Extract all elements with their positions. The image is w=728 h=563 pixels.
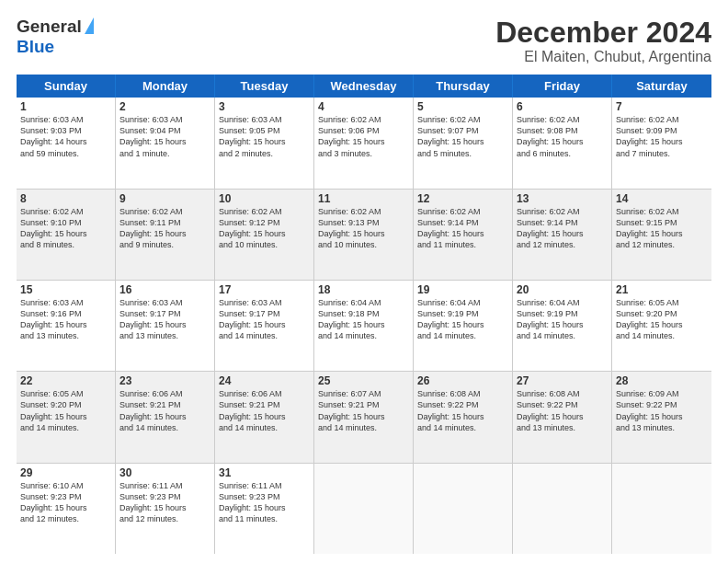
cell-info: Sunrise: 6:06 AMSunset: 9:21 PMDaylight:… bbox=[219, 388, 310, 433]
calendar-cell: 31Sunrise: 6:11 AMSunset: 9:23 PMDayligh… bbox=[215, 464, 314, 554]
calendar-cell: 8Sunrise: 6:02 AMSunset: 9:10 PMDaylight… bbox=[17, 190, 116, 280]
cell-info: Sunrise: 6:06 AMSunset: 9:21 PMDaylight:… bbox=[119, 388, 210, 433]
calendar-cell: 12Sunrise: 6:02 AMSunset: 9:14 PMDayligh… bbox=[414, 190, 513, 280]
day-number: 22 bbox=[20, 374, 111, 387]
day-number: 4 bbox=[318, 100, 409, 113]
cell-info: Sunrise: 6:11 AMSunset: 9:23 PMDaylight:… bbox=[219, 480, 310, 525]
calendar-row-3: 15Sunrise: 6:03 AMSunset: 9:16 PMDayligh… bbox=[17, 281, 711, 372]
cell-info: Sunrise: 6:02 AMSunset: 9:07 PMDaylight:… bbox=[417, 114, 508, 159]
cell-info: Sunrise: 6:02 AMSunset: 9:14 PMDaylight:… bbox=[517, 206, 608, 251]
cell-info: Sunrise: 6:03 AMSunset: 9:05 PMDaylight:… bbox=[219, 114, 310, 159]
logo-blue-text: Blue bbox=[17, 37, 54, 57]
cell-info: Sunrise: 6:04 AMSunset: 9:18 PMDaylight:… bbox=[318, 297, 409, 342]
calendar-row-1: 1Sunrise: 6:03 AMSunset: 9:03 PMDaylight… bbox=[17, 98, 711, 189]
calendar-cell bbox=[612, 464, 711, 554]
weekday-header-sunday: Sunday bbox=[17, 75, 116, 98]
day-number: 24 bbox=[219, 374, 310, 387]
calendar-row-2: 8Sunrise: 6:02 AMSunset: 9:10 PMDaylight… bbox=[17, 190, 711, 281]
day-number: 25 bbox=[318, 374, 409, 387]
weekday-header-wednesday: Wednesday bbox=[314, 75, 414, 98]
calendar-cell: 10Sunrise: 6:02 AMSunset: 9:12 PMDayligh… bbox=[215, 190, 314, 280]
day-number: 23 bbox=[119, 374, 210, 387]
day-number: 2 bbox=[119, 100, 210, 113]
cell-info: Sunrise: 6:02 AMSunset: 9:15 PMDaylight:… bbox=[616, 206, 708, 251]
calendar-cell: 16Sunrise: 6:03 AMSunset: 9:17 PMDayligh… bbox=[116, 281, 215, 371]
day-number: 13 bbox=[517, 192, 608, 205]
calendar-cell bbox=[513, 464, 612, 554]
day-number: 27 bbox=[517, 374, 608, 387]
logo: General Blue bbox=[17, 17, 94, 57]
calendar-cell: 27Sunrise: 6:08 AMSunset: 9:22 PMDayligh… bbox=[513, 372, 612, 462]
day-number: 21 bbox=[616, 283, 708, 296]
day-number: 8 bbox=[20, 192, 111, 205]
cell-info: Sunrise: 6:11 AMSunset: 9:23 PMDaylight:… bbox=[119, 480, 210, 525]
cell-info: Sunrise: 6:02 AMSunset: 9:08 PMDaylight:… bbox=[517, 114, 608, 159]
day-number: 6 bbox=[517, 100, 608, 113]
cell-info: Sunrise: 6:02 AMSunset: 9:11 PMDaylight:… bbox=[119, 206, 210, 251]
day-number: 31 bbox=[219, 466, 310, 479]
cell-info: Sunrise: 6:02 AMSunset: 9:12 PMDaylight:… bbox=[219, 206, 310, 251]
calendar-cell: 2Sunrise: 6:03 AMSunset: 9:04 PMDaylight… bbox=[116, 98, 215, 188]
calendar-cell: 24Sunrise: 6:06 AMSunset: 9:21 PMDayligh… bbox=[215, 372, 314, 462]
cell-info: Sunrise: 6:09 AMSunset: 9:22 PMDaylight:… bbox=[616, 388, 708, 433]
calendar-cell: 6Sunrise: 6:02 AMSunset: 9:08 PMDaylight… bbox=[513, 98, 612, 188]
cell-info: Sunrise: 6:08 AMSunset: 9:22 PMDaylight:… bbox=[517, 388, 608, 433]
header: General Blue December 2024 El Maiten, Ch… bbox=[17, 17, 711, 65]
cell-info: Sunrise: 6:04 AMSunset: 9:19 PMDaylight:… bbox=[517, 297, 608, 342]
title-block: December 2024 El Maiten, Chubut, Argenti… bbox=[495, 17, 711, 65]
cell-info: Sunrise: 6:03 AMSunset: 9:03 PMDaylight:… bbox=[20, 114, 111, 159]
cell-info: Sunrise: 6:10 AMSunset: 9:23 PMDaylight:… bbox=[20, 480, 111, 525]
cell-info: Sunrise: 6:05 AMSunset: 9:20 PMDaylight:… bbox=[616, 297, 708, 342]
calendar-row-4: 22Sunrise: 6:05 AMSunset: 9:20 PMDayligh… bbox=[17, 372, 711, 463]
calendar-cell: 26Sunrise: 6:08 AMSunset: 9:22 PMDayligh… bbox=[414, 372, 513, 462]
day-number: 16 bbox=[119, 283, 210, 296]
day-number: 5 bbox=[417, 100, 508, 113]
cell-info: Sunrise: 6:05 AMSunset: 9:20 PMDaylight:… bbox=[20, 388, 111, 433]
day-number: 26 bbox=[417, 374, 508, 387]
weekday-header-thursday: Thursday bbox=[414, 75, 513, 98]
weekday-header-monday: Monday bbox=[116, 75, 215, 98]
location-title: El Maiten, Chubut, Argentina bbox=[495, 49, 711, 65]
cell-info: Sunrise: 6:02 AMSunset: 9:13 PMDaylight:… bbox=[318, 206, 409, 251]
calendar-cell: 29Sunrise: 6:10 AMSunset: 9:23 PMDayligh… bbox=[17, 464, 116, 554]
calendar-cell: 22Sunrise: 6:05 AMSunset: 9:20 PMDayligh… bbox=[17, 372, 116, 462]
day-number: 7 bbox=[616, 100, 708, 113]
calendar-cell: 23Sunrise: 6:06 AMSunset: 9:21 PMDayligh… bbox=[116, 372, 215, 462]
calendar-cell: 15Sunrise: 6:03 AMSunset: 9:16 PMDayligh… bbox=[17, 281, 116, 371]
cell-info: Sunrise: 6:04 AMSunset: 9:19 PMDaylight:… bbox=[417, 297, 508, 342]
calendar-cell: 1Sunrise: 6:03 AMSunset: 9:03 PMDaylight… bbox=[17, 98, 116, 188]
calendar-cell: 30Sunrise: 6:11 AMSunset: 9:23 PMDayligh… bbox=[116, 464, 215, 554]
cell-info: Sunrise: 6:03 AMSunset: 9:04 PMDaylight:… bbox=[119, 114, 210, 159]
calendar-cell: 21Sunrise: 6:05 AMSunset: 9:20 PMDayligh… bbox=[612, 281, 711, 371]
day-number: 3 bbox=[219, 100, 310, 113]
month-title: December 2024 bbox=[495, 17, 711, 49]
day-number: 20 bbox=[517, 283, 608, 296]
logo-general-text: General bbox=[17, 17, 82, 37]
day-number: 18 bbox=[318, 283, 409, 296]
calendar-cell: 20Sunrise: 6:04 AMSunset: 9:19 PMDayligh… bbox=[513, 281, 612, 371]
day-number: 11 bbox=[318, 192, 409, 205]
calendar-cell: 11Sunrise: 6:02 AMSunset: 9:13 PMDayligh… bbox=[314, 190, 414, 280]
day-number: 15 bbox=[20, 283, 111, 296]
cell-info: Sunrise: 6:08 AMSunset: 9:22 PMDaylight:… bbox=[417, 388, 508, 433]
calendar-cell: 9Sunrise: 6:02 AMSunset: 9:11 PMDaylight… bbox=[116, 190, 215, 280]
cell-info: Sunrise: 6:07 AMSunset: 9:21 PMDaylight:… bbox=[318, 388, 409, 433]
cell-info: Sunrise: 6:03 AMSunset: 9:17 PMDaylight:… bbox=[219, 297, 310, 342]
day-number: 1 bbox=[20, 100, 111, 113]
day-number: 29 bbox=[20, 466, 111, 479]
calendar-header: SundayMondayTuesdayWednesdayThursdayFrid… bbox=[17, 75, 711, 98]
cell-info: Sunrise: 6:03 AMSunset: 9:16 PMDaylight:… bbox=[20, 297, 111, 342]
weekday-header-friday: Friday bbox=[513, 75, 612, 98]
calendar-cell bbox=[314, 464, 414, 554]
day-number: 10 bbox=[219, 192, 310, 205]
calendar-cell: 25Sunrise: 6:07 AMSunset: 9:21 PMDayligh… bbox=[314, 372, 414, 462]
calendar-cell: 14Sunrise: 6:02 AMSunset: 9:15 PMDayligh… bbox=[612, 190, 711, 280]
calendar-cell: 18Sunrise: 6:04 AMSunset: 9:18 PMDayligh… bbox=[314, 281, 414, 371]
calendar-body: 1Sunrise: 6:03 AMSunset: 9:03 PMDaylight… bbox=[17, 98, 711, 554]
day-number: 28 bbox=[616, 374, 708, 387]
day-number: 14 bbox=[616, 192, 708, 205]
day-number: 30 bbox=[119, 466, 210, 479]
calendar-cell: 19Sunrise: 6:04 AMSunset: 9:19 PMDayligh… bbox=[414, 281, 513, 371]
day-number: 12 bbox=[417, 192, 508, 205]
calendar-cell: 28Sunrise: 6:09 AMSunset: 9:22 PMDayligh… bbox=[612, 372, 711, 462]
